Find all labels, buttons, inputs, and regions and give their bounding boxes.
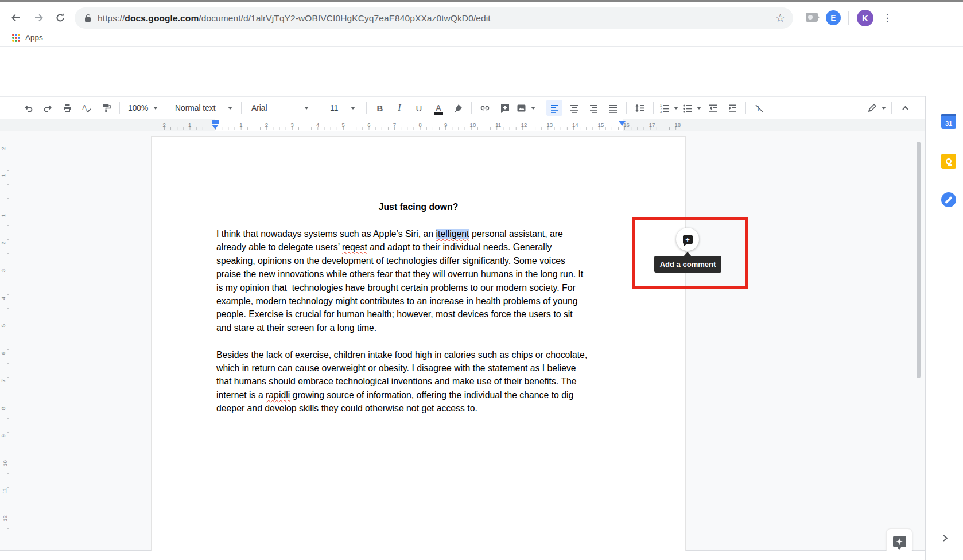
- bulleted-list-button[interactable]: [682, 100, 701, 116]
- insert-link-button[interactable]: [477, 100, 493, 116]
- forward-button[interactable]: [30, 10, 46, 26]
- doc-text-line: is my opinion that technologies have bro…: [216, 281, 630, 294]
- first-line-indent-marker[interactable]: [212, 120, 219, 124]
- align-right-button[interactable]: [585, 100, 601, 116]
- doc-text-line: and stare at their screen for a long tim…: [216, 321, 630, 335]
- ruler-number: 5: [0, 324, 6, 327]
- url-bar[interactable]: https://docs.google.com/document/d/1alrV…: [75, 7, 793, 29]
- text-color-button[interactable]: A: [430, 100, 446, 116]
- font-size-select[interactable]: 11: [324, 100, 361, 116]
- doc-text-line: deeper and develop skills they could oth…: [216, 402, 630, 415]
- document-canvas: Just facing down? I think that nowadays …: [0, 131, 925, 551]
- reload-button[interactable]: [52, 10, 68, 26]
- pencil-icon: [867, 103, 877, 114]
- url-path: /document/d/1alrVjTqY2-wOBIVCI0HgKCyq7ea…: [199, 13, 490, 23]
- apps-bookmark[interactable]: Apps: [25, 33, 43, 42]
- italic-button[interactable]: I: [391, 100, 407, 116]
- chevron-up-icon: [900, 103, 911, 114]
- https-lock-icon[interactable]: [85, 14, 91, 22]
- ruler-number: 2: [0, 147, 6, 150]
- toolbar-separator: [541, 102, 541, 114]
- paint-roller-icon: [101, 103, 112, 114]
- calendar-panel-button[interactable]: 31: [941, 114, 956, 129]
- paint-format-button[interactable]: [98, 100, 114, 116]
- clear-formatting-button[interactable]: T: [751, 100, 767, 116]
- redo-button[interactable]: [40, 100, 56, 116]
- justify-button[interactable]: [605, 100, 621, 116]
- add-comment-bubble-button[interactable]: +: [676, 228, 699, 251]
- spellcheck-icon: A: [81, 103, 92, 114]
- bulleted-list-icon: [682, 103, 693, 114]
- spellcheck-button[interactable]: A: [79, 100, 95, 116]
- bold-icon: B: [377, 103, 383, 113]
- numbered-list-button[interactable]: 123: [659, 100, 678, 116]
- explore-icon: [893, 536, 906, 547]
- vertical-ruler[interactable]: 21123456789101112: [0, 131, 13, 551]
- explore-button[interactable]: [886, 528, 912, 554]
- doc-blank-line: [216, 335, 630, 348]
- zoom-select[interactable]: 100%: [125, 100, 161, 116]
- editing-mode-button[interactable]: [867, 100, 886, 116]
- link-icon: [479, 103, 491, 114]
- underline-button[interactable]: U: [411, 100, 427, 116]
- extension-icon[interactable]: [806, 13, 818, 22]
- print-icon: [62, 103, 73, 114]
- ruler-number: 12: [521, 122, 527, 128]
- keep-panel-button[interactable]: [941, 154, 956, 169]
- collapse-toolbar-button[interactable]: [897, 100, 913, 116]
- chevron-down-icon: [304, 107, 309, 110]
- bookmarks-bar: Apps: [0, 29, 963, 47]
- hide-side-panel-button[interactable]: [939, 532, 951, 544]
- insert-image-button[interactable]: [516, 100, 535, 116]
- left-indent-marker[interactable]: [212, 125, 219, 129]
- ruler-number: 4: [316, 122, 319, 128]
- toolbar-separator: [626, 102, 627, 114]
- print-button[interactable]: [59, 100, 75, 116]
- add-comment-button[interactable]: [496, 100, 512, 116]
- decrease-indent-button[interactable]: [705, 100, 721, 116]
- tasks-panel-button[interactable]: [941, 192, 956, 207]
- browser-menu-icon[interactable]: ⋮: [882, 10, 893, 26]
- horizontal-ruler[interactable]: 12123456789101112131415161718: [0, 119, 925, 131]
- back-button[interactable]: [8, 10, 24, 26]
- paragraph-style-select[interactable]: Normal text: [172, 100, 236, 116]
- document-page[interactable]: Just facing down? I think that nowadays …: [151, 136, 686, 551]
- doc-text-line: I think that nowadays systems such as Ap…: [216, 227, 630, 240]
- font-select[interactable]: Arial: [247, 100, 313, 116]
- chevron-down-icon: [697, 107, 701, 110]
- increase-indent-button[interactable]: [724, 100, 740, 116]
- browser-profile-avatar[interactable]: K: [857, 10, 873, 26]
- vertical-scrollbar[interactable]: [917, 142, 921, 378]
- ruler-number: 3: [0, 269, 6, 272]
- ruler-number: 8: [418, 122, 421, 128]
- highlight-color-button[interactable]: [450, 100, 466, 116]
- italic-icon: I: [398, 103, 401, 113]
- clear-formatting-icon: T: [754, 103, 765, 114]
- doc-text-line: that humans should embrace technological…: [216, 375, 630, 388]
- misspelled-word: reqest: [342, 242, 367, 252]
- right-indent-marker[interactable]: [619, 121, 626, 126]
- bookmark-star-icon[interactable]: ☆: [775, 13, 785, 24]
- chevron-down-icon: [351, 107, 355, 110]
- toolbar-separator: [471, 102, 472, 114]
- align-left-button[interactable]: [546, 100, 562, 116]
- ruler-ticks: [7, 143, 9, 539]
- chevron-down-icon: [153, 107, 158, 110]
- add-comment-tooltip: Add a comment: [654, 256, 721, 273]
- bold-button[interactable]: B: [372, 100, 388, 116]
- line-spacing-button[interactable]: [632, 100, 648, 116]
- url-domain: docs.google.com: [125, 13, 199, 23]
- undo-button[interactable]: [20, 100, 36, 116]
- font-size-value: 11: [330, 104, 338, 112]
- document-heading: Just facing down?: [152, 202, 685, 212]
- apps-grid-icon[interactable]: [12, 34, 20, 42]
- toolbar-separator: [166, 102, 166, 114]
- chevron-down-icon: [531, 107, 535, 110]
- toolbar-separator: [319, 102, 319, 114]
- comment-plus-icon: [499, 103, 510, 114]
- ruler-number: 2: [162, 122, 165, 128]
- chevron-right-icon: [941, 534, 949, 543]
- extension-avatar-e[interactable]: E: [826, 10, 841, 25]
- svg-text:3: 3: [660, 110, 662, 114]
- align-center-button[interactable]: [566, 100, 582, 116]
